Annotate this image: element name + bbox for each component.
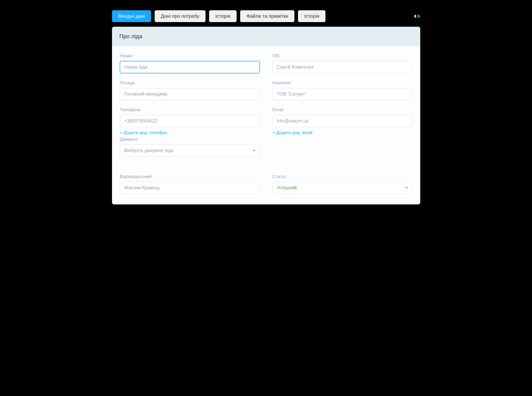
label-fullname: ПІБ	[273, 53, 412, 59]
tab-prev-icon[interactable]	[414, 14, 416, 18]
input-company[interactable]	[273, 88, 412, 100]
label-status: Статус	[273, 174, 412, 179]
tab-nav	[414, 14, 420, 18]
label-position: Посада	[120, 80, 260, 86]
tab-need-data[interactable]: Дані про потребу	[155, 10, 206, 22]
label-name: Назва	[120, 53, 260, 59]
label-responsible: Відповідальний	[120, 174, 260, 179]
tab-initial-data[interactable]: Вихідні дані	[112, 10, 151, 22]
tab-history-2[interactable]: Історія	[298, 10, 325, 22]
select-status[interactable]: Успішний	[273, 182, 412, 194]
tabs-bar: Вихідні дані Дані про потребу Історія Фа…	[112, 10, 420, 22]
label-email: Email	[273, 107, 412, 112]
input-name[interactable]	[120, 61, 260, 73]
input-position[interactable]	[120, 88, 260, 100]
add-phone-link[interactable]: + Додати дод. телефон	[120, 130, 167, 135]
input-responsible[interactable]	[120, 182, 260, 194]
lead-card: Про ліда Назва ПІБ Посада Компанія	[112, 27, 420, 204]
add-email-link[interactable]: + Додати дод. email	[273, 130, 312, 135]
label-company: Компанія	[273, 80, 412, 86]
label-source: Джерело	[120, 137, 260, 142]
input-fullname[interactable]	[273, 61, 412, 73]
tab-next-icon[interactable]	[418, 14, 420, 18]
input-email[interactable]	[273, 115, 412, 127]
label-phones: Телефони	[120, 107, 260, 112]
tab-files-notes[interactable]: Файли та примітки	[240, 10, 294, 22]
card-title: Про ліда	[112, 27, 420, 46]
input-phone[interactable]	[120, 115, 260, 127]
select-source[interactable]: Виберіть джерело ліда	[120, 145, 260, 157]
tab-history-1[interactable]: Історія	[209, 10, 237, 22]
